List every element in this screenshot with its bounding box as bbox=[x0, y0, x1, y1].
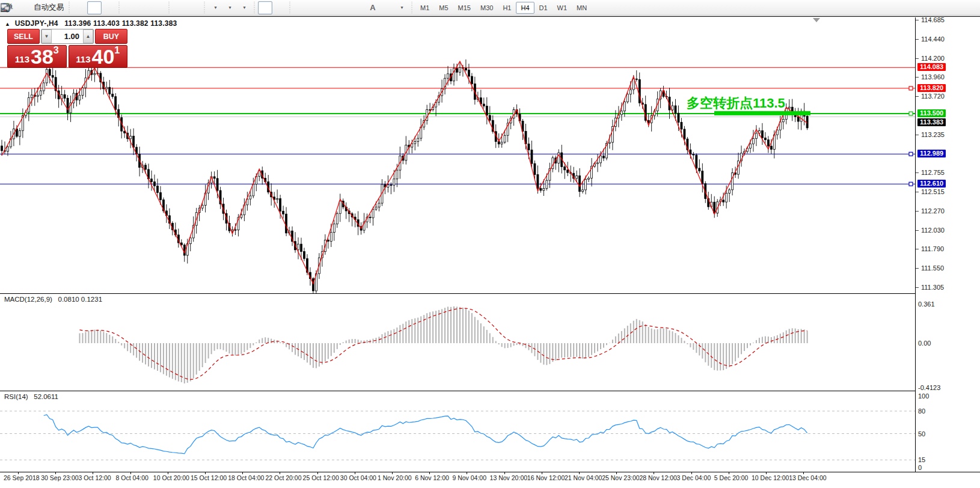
buy-price-sup: 1 bbox=[114, 46, 120, 55]
axis-tick-mark bbox=[916, 77, 919, 78]
chart-shift-button[interactable] bbox=[187, 1, 201, 14]
price-axis[interactable]: 114.685114.440114.200113.960113.720113.2… bbox=[916, 17, 980, 472]
volume-decrease-button[interactable]: ▼ bbox=[41, 29, 52, 43]
templates-caret-icon[interactable]: ▾ bbox=[243, 5, 245, 10]
price-tick: 114.440 bbox=[921, 35, 945, 43]
line-chart-button[interactable] bbox=[102, 1, 116, 14]
panel-separator[interactable] bbox=[0, 293, 980, 294]
time-tick-mark bbox=[93, 472, 93, 474]
price-tick: 113.720 bbox=[921, 93, 945, 100]
time-label: 6 Nov 12:00 bbox=[415, 474, 449, 481]
chart-shift-marker[interactable] bbox=[813, 18, 820, 22]
timeframe-m1[interactable]: M1 bbox=[415, 2, 434, 14]
timeframe-m15[interactable]: M15 bbox=[453, 2, 476, 14]
time-label: 10 Oct 20:00 bbox=[153, 474, 189, 481]
price-badge-112.989: 112.989 bbox=[917, 150, 946, 157]
sell-button[interactable]: SELL bbox=[7, 29, 40, 44]
time-tick-mark bbox=[467, 472, 467, 474]
periods-caret-icon[interactable]: ▾ bbox=[228, 5, 231, 10]
arrows-caret-icon[interactable]: ▾ bbox=[400, 5, 403, 10]
price-tick: 111.305 bbox=[921, 284, 944, 291]
fibonacci-tool-button[interactable]: F bbox=[351, 1, 366, 14]
rsi-line bbox=[44, 415, 807, 454]
time-tick-mark bbox=[18, 472, 19, 474]
one-click-trading-widget: SELL ▼ 1.00 ▲ BUY 113 38 3 113 40 1 bbox=[7, 29, 127, 68]
timeframe-h4[interactable]: H4 bbox=[516, 2, 534, 14]
auto-trading-button[interactable]: 自动交易 bbox=[31, 1, 66, 14]
timeframe-d1[interactable]: D1 bbox=[534, 2, 553, 14]
timeframe-m30[interactable]: M30 bbox=[476, 2, 498, 14]
candlestick-chart-button[interactable] bbox=[87, 1, 102, 14]
arrows-tool-button[interactable]: ▾ bbox=[394, 1, 409, 14]
time-label: 5 Dec 20:00 bbox=[714, 474, 749, 481]
timeframe-h1[interactable]: H1 bbox=[498, 2, 516, 14]
price-badge-113.500: 113.500 bbox=[917, 109, 946, 117]
time-tick-mark bbox=[392, 472, 393, 474]
chart-annotation-text[interactable]: 多空转折点113.5 bbox=[687, 94, 785, 112]
rsi-panel[interactable] bbox=[0, 392, 916, 472]
price-tick: 112.755 bbox=[921, 169, 945, 176]
macd-panel[interactable] bbox=[0, 294, 916, 391]
auto-trading-label: 自动交易 bbox=[34, 2, 64, 13]
price-tick: 112.030 bbox=[921, 227, 945, 234]
trendline-tool-button[interactable] bbox=[322, 1, 337, 14]
timeframe-w1[interactable]: W1 bbox=[553, 2, 572, 14]
price-tick: 111.550 bbox=[921, 264, 944, 272]
zoom-out-button[interactable] bbox=[137, 1, 152, 14]
time-label: 25 Nov 23:00 bbox=[602, 474, 639, 481]
indicators-caret-icon[interactable]: ▾ bbox=[214, 5, 216, 10]
price-badge-112.610: 112.610 bbox=[917, 180, 946, 188]
bid-price-badge: 113.383 bbox=[917, 118, 946, 126]
toolbar-separator bbox=[410, 2, 414, 14]
time-tick-mark bbox=[168, 472, 168, 474]
main-price-chart[interactable] bbox=[0, 17, 916, 293]
bar-chart-button[interactable] bbox=[73, 1, 87, 14]
text-tool-button[interactable]: A bbox=[366, 1, 380, 14]
zoom-in-button[interactable] bbox=[123, 1, 137, 14]
time-label: 3 Dec 04:00 bbox=[677, 474, 711, 481]
price-tick: 114.685 bbox=[921, 16, 945, 23]
axis-tick-mark bbox=[916, 172, 919, 173]
buy-button[interactable]: BUY bbox=[95, 29, 127, 44]
auto-scroll-button[interactable] bbox=[173, 1, 187, 14]
time-axis[interactable]: 26 Sep 201830 Sep 23:003 Oct 12:008 Oct … bbox=[0, 472, 980, 488]
volume-input[interactable]: 1.00 bbox=[52, 29, 83, 43]
axis-tick-mark bbox=[916, 192, 919, 192]
time-label: 9 Nov 04:00 bbox=[452, 474, 486, 481]
sell-price-big: 38 bbox=[31, 49, 54, 66]
horizontal-line-tool-button[interactable] bbox=[308, 1, 322, 14]
toolbar-separator bbox=[167, 2, 171, 14]
channel-tool-button[interactable]: E bbox=[337, 1, 351, 14]
vertical-line-tool-button[interactable] bbox=[293, 1, 308, 14]
templates-button[interactable]: ▾ bbox=[237, 1, 251, 14]
time-tick-mark bbox=[504, 472, 505, 474]
symbol-triangle-icon: ▲ bbox=[5, 21, 10, 27]
chat-icon[interactable] bbox=[0, 2, 10, 13]
sell-price-tile[interactable]: 113 38 3 bbox=[7, 45, 67, 68]
gold-button[interactable] bbox=[17, 1, 31, 14]
time-label: 13 Nov 20:00 bbox=[490, 474, 527, 481]
time-tick-mark bbox=[616, 472, 617, 474]
time-label: 10 Dec 12:00 bbox=[752, 474, 789, 481]
panel-separator[interactable] bbox=[0, 391, 980, 391]
text-label-tool-button[interactable]: T bbox=[380, 1, 394, 14]
axis-tick-mark bbox=[916, 249, 919, 249]
time-label: 3 Oct 12:00 bbox=[78, 474, 111, 481]
volume-increase-button[interactable]: ▲ bbox=[83, 29, 93, 43]
price-tick: 113.960 bbox=[921, 73, 945, 81]
quote-line: ▲ USDJPY-,H4 113.396 113.403 113.382 113… bbox=[5, 19, 177, 28]
tile-windows-button[interactable] bbox=[152, 1, 166, 14]
timeframe-m5[interactable]: M5 bbox=[434, 2, 453, 14]
cursor-button[interactable] bbox=[258, 1, 272, 14]
indicators-button[interactable]: ▾ bbox=[208, 1, 222, 14]
crosshair-button[interactable] bbox=[272, 1, 287, 14]
macd-label: MACD(12,26,9) 0.0810 0.1231 bbox=[4, 296, 102, 303]
quote-ohlc: 113.396 113.403 113.382 113.383 bbox=[64, 19, 177, 28]
axis-tick-mark bbox=[916, 135, 919, 135]
buy-price-tile[interactable]: 113 40 1 bbox=[69, 45, 128, 68]
time-label: 13 Dec 04:00 bbox=[789, 474, 826, 481]
time-tick-mark bbox=[355, 472, 355, 474]
timeframe-mn[interactable]: MN bbox=[572, 2, 592, 14]
periods-button[interactable]: ▾ bbox=[222, 1, 237, 14]
text-tool-icon: A bbox=[370, 3, 375, 12]
